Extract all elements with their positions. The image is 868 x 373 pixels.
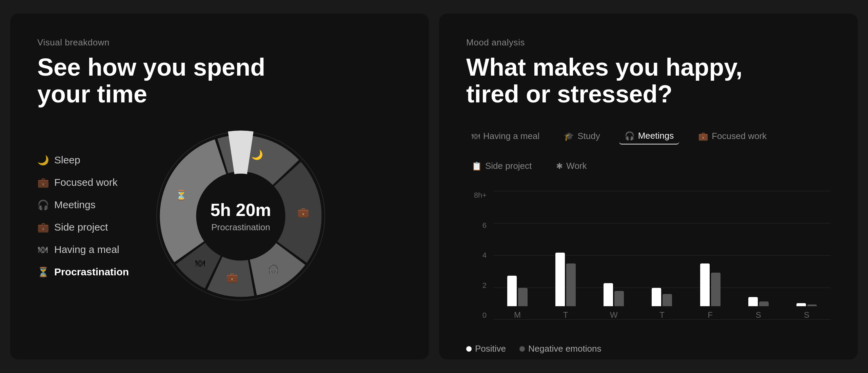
meetings-filter-icon: 🎧 (625, 131, 635, 141)
meetings-icon: 🎧 (37, 199, 48, 211)
day-group-M: M (497, 184, 538, 320)
day-label-T: T (563, 310, 568, 320)
negative-bar (614, 291, 624, 306)
legend-text-positive: Positive (475, 343, 506, 354)
day-group-T: T (642, 184, 682, 320)
day-group-S: S (786, 184, 827, 320)
segment-icon-having_a_meal: 🍽 (195, 258, 205, 269)
segment-icon-side_project: 💼 (226, 272, 238, 283)
chart-y-labels: 02468h+ (466, 191, 487, 333)
chart-bars-area: MTWTFSS (493, 191, 831, 333)
day-label-F: F (708, 310, 713, 320)
day-label-W: W (610, 310, 618, 320)
left-panel-title: See how you spend your time (37, 54, 402, 107)
filter-label-focused_work: Focused work (712, 131, 767, 141)
focused_work-icon: 💼 (37, 177, 48, 188)
segment-icon-sleep: 🌙 (251, 150, 263, 161)
work-filter-icon: ✱ (556, 161, 563, 171)
legend-label-focused_work: Focused work (54, 177, 118, 188)
legend-label-sleep: Sleep (54, 154, 80, 166)
chart-legend-item-negative: Negative emotions (519, 343, 601, 354)
donut-time: 5h 20m (210, 200, 271, 220)
side_project-icon: 💼 (37, 222, 48, 233)
filter-work[interactable]: ✱Work (551, 158, 592, 174)
negative-bar (807, 305, 817, 306)
day-group-F: F (690, 184, 731, 320)
positive-bar (555, 253, 565, 306)
legend-label-meetings: Meetings (54, 199, 96, 211)
bars-group (700, 184, 721, 306)
chart-area: 02468h+ MTWTFSS (466, 191, 831, 333)
filter-focused_work[interactable]: 💼Focused work (693, 128, 772, 144)
chart-legend-item-positive: Positive (466, 343, 506, 354)
segment-icon-procrastination: ⏳ (175, 190, 187, 201)
filter-meetings[interactable]: 🎧Meetings (619, 128, 679, 144)
filter-study[interactable]: 🎓Study (558, 128, 606, 144)
positive-bar (604, 283, 613, 306)
right-panel-title: What makes you happy, tired or stressed? (466, 54, 831, 107)
day-label-T: T (659, 310, 665, 320)
negative-bar (566, 263, 576, 306)
positive-bar (507, 276, 517, 306)
donut-center: 5h 20m Procrastination (210, 200, 271, 233)
legend-item-focused_work[interactable]: 💼Focused work (37, 177, 132, 188)
day-group-S: S (738, 184, 779, 320)
procrastination-icon: ⏳ (37, 267, 48, 278)
right-title-line1: What makes you happy, (466, 54, 743, 81)
bars-group (604, 184, 624, 306)
focused_work-filter-icon: 💼 (698, 132, 708, 141)
negative-bar (759, 301, 769, 306)
day-group-W: W (593, 184, 634, 320)
legend-item-having_a_meal[interactable]: 🍽Having a meal (37, 244, 132, 255)
having_a_meal-icon: 🍽 (37, 244, 48, 255)
segment-icon-focused_work: 💼 (297, 207, 309, 218)
bars-group (748, 184, 769, 306)
filter-label-side_project: Side project (485, 161, 532, 171)
left-panel: Visual breakdown See how you spend your … (10, 14, 429, 359)
legend-label-having_a_meal: Having a meal (54, 244, 119, 255)
left-content: 🌙Sleep💼Focused work🎧Meetings💼Side projec… (37, 128, 402, 304)
filter-side_project[interactable]: 📋Side project (466, 158, 537, 174)
left-panel-label: Visual breakdown (37, 37, 402, 48)
filter-having_a_meal[interactable]: 🍽Having a meal (466, 128, 545, 144)
title-line2: your time (37, 80, 147, 107)
right-panel: Mood analysis What makes you happy, tire… (439, 14, 858, 359)
day-label-S: S (756, 310, 761, 320)
positive-bar (748, 297, 758, 306)
legend-dot-negative (519, 346, 525, 352)
right-title-line2: tired or stressed? (466, 80, 672, 107)
having_a_meal-filter-icon: 🍽 (472, 132, 480, 141)
legend-label-procrastination: Procrastination (54, 266, 129, 278)
bars-group (507, 184, 528, 306)
bars-group (796, 184, 817, 306)
chart-legend: PositiveNegative emotions (466, 343, 831, 354)
legend-item-meetings[interactable]: 🎧Meetings (37, 199, 132, 211)
legend-label-side_project: Side project (54, 221, 108, 233)
legend-item-side_project[interactable]: 💼Side project (37, 221, 132, 233)
y-label: 2 (466, 281, 487, 290)
negative-bar (663, 294, 672, 306)
negative-bar (518, 288, 528, 306)
study-filter-icon: 🎓 (564, 132, 574, 141)
legend-item-procrastination[interactable]: ⏳Procrastination (37, 266, 132, 278)
filter-label-having_a_meal: Having a meal (483, 131, 539, 141)
positive-bar (796, 303, 806, 306)
legend-item-sleep[interactable]: 🌙Sleep (37, 154, 132, 166)
mood-filters: 🍽Having a meal🎓Study🎧Meetings💼Focused wo… (466, 128, 831, 174)
day-label-M: M (514, 310, 521, 320)
bars-group (555, 184, 576, 306)
y-label: 6 (466, 221, 487, 230)
bars-group (652, 184, 672, 306)
legend-text-negative: Negative emotions (528, 343, 601, 354)
positive-bar (652, 288, 661, 306)
legend-list: 🌙Sleep💼Focused work🎧Meetings💼Side projec… (37, 154, 132, 278)
filter-label-study: Study (577, 131, 600, 141)
sleep-icon: 🌙 (37, 155, 48, 166)
bars-row: MTWTFSS (493, 191, 831, 320)
donut-chart: 🌙💼🎧💼🍽⏳ 5h 20m Procrastination (153, 128, 329, 304)
day-label-S: S (804, 310, 809, 320)
side_project-filter-icon: 📋 (472, 161, 482, 171)
title-line1: See how you spend (37, 54, 265, 81)
filter-label-work: Work (566, 161, 587, 171)
right-panel-label: Mood analysis (466, 37, 831, 48)
